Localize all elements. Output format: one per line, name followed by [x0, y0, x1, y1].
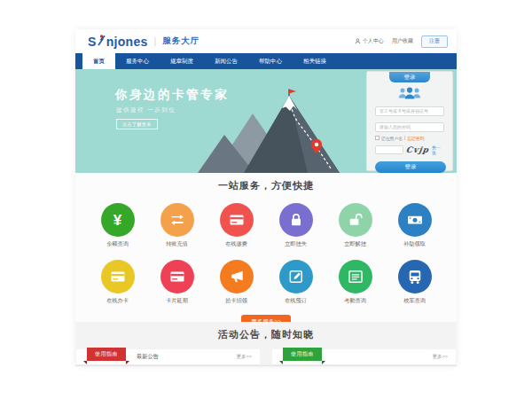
service-label: 在线预订 [266, 297, 325, 305]
service-label: 补助领取 [385, 240, 444, 248]
service-item[interactable]: 在线办卡 [88, 260, 147, 305]
service-item[interactable]: 校车查询 [385, 260, 444, 305]
service-label: 在线办卡 [88, 297, 147, 305]
nav-item-0[interactable]: 首页 [82, 53, 115, 69]
service-label: 立即解挂 [325, 240, 385, 248]
edit-icon [279, 260, 313, 293]
banknote-icon [398, 203, 432, 237]
unlock-icon [339, 203, 372, 237]
logo-text: S [88, 35, 97, 49]
nav-item-1[interactable]: 服务中心 [115, 53, 160, 69]
header-links: 个人中心 用户收藏 注册 [355, 35, 448, 48]
site-name: 服务大厅 [162, 35, 200, 47]
nav-item-2[interactable]: 规章制度 [160, 53, 204, 69]
service-item[interactable]: 卡片延期 [147, 260, 207, 305]
username-input[interactable] [375, 106, 444, 116]
logo-text: njones [106, 35, 148, 49]
hero-subtitle: 提供捷径 一步到位 [116, 106, 176, 114]
service-item[interactable]: 补助领取 [385, 203, 444, 248]
services-section: 一站服务，方便快捷 ¥余额查询转账充值在线缴费立即挂失立即解挂补助领取在线办卡卡… [75, 173, 457, 322]
service-item[interactable]: 考勤查询 [325, 260, 385, 305]
announcements-section: 活动公告，随时知晓 使用指南 最新公告 更多>> 使用指南 更多>> [75, 322, 457, 366]
service-label: 拾卡招领 [207, 297, 266, 305]
divider: | [154, 36, 157, 46]
captcha-input[interactable] [375, 145, 403, 154]
service-item[interactable]: 转账充值 [147, 203, 207, 248]
yen-icon: ¥ [101, 203, 135, 237]
services-grid: ¥余额查询转账充值在线缴费立即挂失立即解挂补助领取在线办卡卡片延期拾卡招领在线预… [75, 192, 457, 305]
captcha-refresh-link[interactable]: 换一张 [432, 145, 444, 155]
logo-bolt-icon [98, 35, 106, 49]
transfer-icon [160, 203, 194, 237]
password-input[interactable] [375, 122, 444, 132]
service-item[interactable]: 在线预订 [266, 260, 325, 305]
user-icon [355, 38, 361, 44]
service-item[interactable]: ¥余额查询 [88, 203, 147, 248]
more-link[interactable]: 更多>> [433, 354, 448, 360]
service-label: 考勤查询 [325, 297, 385, 305]
guide-panel-left: 使用指南 最新公告 更多>> [76, 349, 260, 365]
credit-card-icon [220, 203, 254, 237]
logo[interactable]: S njones [88, 35, 148, 49]
service-item[interactable]: 立即解挂 [325, 203, 385, 248]
login-submit-button[interactable]: 登录 [375, 161, 446, 173]
main-nav: 首页服务中心规章制度新闻公告帮助中心相关链接 [75, 53, 457, 69]
user-favorites-link[interactable]: 用户收藏 [392, 37, 413, 45]
hero-cta-button[interactable]: 点击了解更多 [116, 119, 158, 129]
login-panel: 登录 记住用户名 | 忘记密码 Cvjp 换一张 登录 [366, 71, 453, 171]
usage-guide-tab[interactable]: 使用指南 [87, 348, 126, 361]
service-label: 立即挂失 [266, 240, 325, 248]
forgot-password-link[interactable]: 忘记密码 [407, 136, 424, 141]
usage-guide-tab[interactable]: 使用指南 [283, 348, 322, 361]
service-item[interactable]: 在线缴费 [207, 203, 266, 248]
service-label: 卡片延期 [147, 297, 207, 305]
lock-icon [279, 203, 313, 237]
nav-item-4[interactable]: 帮助中心 [248, 53, 293, 69]
nav-item-5[interactable]: 相关链接 [293, 53, 337, 69]
megaphone-icon [220, 260, 254, 293]
services-title: 一站服务，方便快捷 [75, 179, 457, 192]
login-tab[interactable]: 登录 [389, 72, 430, 82]
hero-banner: 你身边的卡管专家 提供捷径 一步到位 点击了解更多 登录 [75, 69, 457, 173]
remember-label: 记住用户名 [381, 136, 403, 141]
guide-panel-right: 使用指南 更多>> [272, 349, 456, 365]
service-label: 在线缴费 [207, 240, 266, 248]
card-icon [160, 260, 194, 293]
more-link[interactable]: 更多>> [237, 354, 252, 360]
register-button[interactable]: 注册 [421, 35, 448, 48]
site-page: S njones | 服务大厅 个人中心 用户收藏 注册 首页服务中心规章制度新… [75, 29, 457, 366]
captcha-image[interactable]: Cvjp [405, 145, 429, 154]
schedule-icon [339, 260, 372, 293]
remember-checkbox[interactable] [375, 136, 379, 140]
mountain-illustration [198, 89, 362, 173]
service-item[interactable]: 立即挂失 [266, 203, 325, 248]
personal-center-link[interactable]: 个人中心 [355, 37, 384, 45]
latest-announcements-tab[interactable]: 最新公告 [137, 353, 159, 361]
service-item[interactable]: 拾卡招领 [207, 260, 266, 305]
service-label: 转账充值 [147, 240, 207, 248]
announcements-title: 活动公告，随时知晓 [75, 328, 457, 341]
separator: | [404, 136, 405, 140]
top-header: S njones | 服务大厅 个人中心 用户收藏 注册 [75, 29, 457, 53]
card-icon [101, 260, 135, 293]
users-icon [375, 86, 444, 100]
bus-icon [398, 260, 432, 293]
service-label: 余额查询 [88, 240, 147, 248]
nav-item-3[interactable]: 新闻公告 [204, 53, 248, 69]
service-label: 校车查询 [385, 297, 444, 305]
